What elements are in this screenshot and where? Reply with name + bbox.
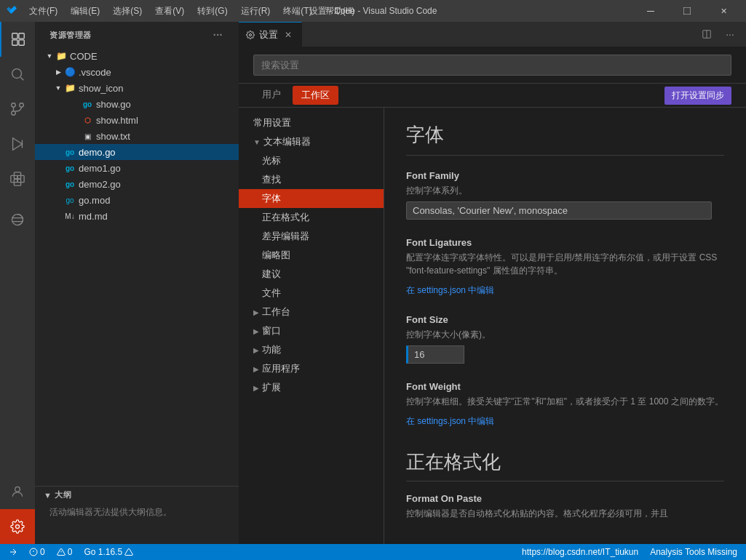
tree-root[interactable]: ▼ 📁 CODE xyxy=(35,48,239,64)
sidebar: 资源管理器 ··· ▼ 📁 CODE ▶ 🔵 .vscode ▼ 📁 sh xyxy=(35,22,239,544)
activity-explorer[interactable] xyxy=(0,22,35,57)
tree-demo1-go[interactable]: ▶ go demo1.go xyxy=(35,160,239,176)
tree-show-icon-folder[interactable]: ▼ 📁 show_icon xyxy=(35,80,239,96)
nav-minimap[interactable]: 编略图 xyxy=(239,246,384,265)
svg-rect-5 xyxy=(19,40,24,45)
nav-files[interactable]: 文件 xyxy=(239,284,384,303)
activity-search[interactable] xyxy=(0,57,35,92)
menu-edit[interactable]: 编辑(E) xyxy=(65,4,106,19)
status-go-version[interactable]: Go 1.16.5 xyxy=(81,547,136,557)
nav-formatting[interactable]: 正在格式化 xyxy=(239,208,384,227)
activity-extensions[interactable] xyxy=(0,161,35,196)
nav-window-label: 窗口 xyxy=(262,324,281,337)
split-editor-button[interactable] xyxy=(697,24,717,44)
open-sync-button[interactable]: 打开设置同步 xyxy=(664,87,731,105)
tree-go-mod[interactable]: ▶ go go.mod xyxy=(35,192,239,208)
nav-application[interactable]: ▶ 应用程序 xyxy=(239,359,384,378)
settings-search-bar xyxy=(239,47,746,84)
tree-show-go[interactable]: ▶ go show.go xyxy=(35,96,239,112)
nav-cursor[interactable]: 光标 xyxy=(239,151,384,170)
status-website[interactable]: https://blog.csdn.net/IT_tiukun xyxy=(519,547,641,557)
tree-show-txt[interactable]: ▶ ▣ show.txt xyxy=(35,128,239,144)
font-family-input[interactable] xyxy=(406,201,712,220)
tab-settings-close[interactable]: ✕ xyxy=(282,29,294,41)
tab-settings-label: 设置 xyxy=(259,28,278,41)
settings-search-input[interactable] xyxy=(253,55,731,76)
status-remote[interactable] xyxy=(6,548,20,556)
tree-md-md-label: md.md xyxy=(79,211,108,222)
tab-actions: ··· xyxy=(697,24,746,44)
status-analysis[interactable]: Analysis Tools Missing xyxy=(647,547,740,557)
tree-show-html[interactable]: ▶ ⬡ show.html xyxy=(35,112,239,128)
activity-source-control[interactable] xyxy=(0,92,35,127)
maximize-button[interactable] xyxy=(670,0,704,22)
close-button[interactable]: ✕ xyxy=(707,0,740,22)
nav-window-arrow: ▶ xyxy=(253,327,259,335)
nav-common[interactable]: 常用设置 xyxy=(239,113,384,132)
activity-remote[interactable] xyxy=(0,202,35,237)
error-count: 0 xyxy=(40,547,45,557)
tree-show-icon-folder-icon: 📁 xyxy=(64,82,76,94)
svg-marker-12 xyxy=(13,138,23,151)
outline-header[interactable]: ▼ 大纲 xyxy=(35,487,239,503)
font-family-label: Font Family xyxy=(406,170,724,181)
tree-vscode[interactable]: ▶ 🔵 .vscode xyxy=(35,64,239,80)
font-size-input[interactable] xyxy=(406,345,464,364)
tree-show-html-label: show.html xyxy=(96,115,138,126)
tree-md-md[interactable]: ▶ M↓ md.md xyxy=(35,208,239,224)
nav-diff-editor[interactable]: 差异编辑器 xyxy=(239,227,384,246)
font-section-title: 字体 xyxy=(406,122,724,156)
activity-gear[interactable] xyxy=(0,509,35,544)
nav-text-editor[interactable]: ▼ 文本编辑器 xyxy=(239,132,384,151)
go-warning-icon xyxy=(124,548,133,556)
font-weight-link[interactable]: 在 settings.json 中编辑 xyxy=(406,415,494,428)
nav-minimap-label: 编略图 xyxy=(262,249,290,262)
sidebar-more-button[interactable]: ··· xyxy=(212,28,224,42)
minimize-button[interactable] xyxy=(634,0,667,22)
font-ligatures-link[interactable]: 在 settings.json 中编辑 xyxy=(406,284,494,297)
nav-find[interactable]: 查找 xyxy=(239,170,384,189)
nav-suggest[interactable]: 建议 xyxy=(239,265,384,284)
tree-vscode-icon: 🔵 xyxy=(64,66,76,78)
tree-demo1-go-icon: go xyxy=(64,162,76,174)
sidebar-title: 资源管理器 xyxy=(49,30,92,41)
status-errors[interactable]: 0 xyxy=(26,547,48,557)
tree-demo-go-icon: go xyxy=(64,146,76,158)
menu-file[interactable]: 文件(F) xyxy=(23,4,63,19)
menu-view[interactable]: 查看(V) xyxy=(149,4,190,19)
nav-font[interactable]: 字体 xyxy=(239,189,384,208)
title-bar-left: 文件(F) 编辑(E) 选择(S) 查看(V) 转到(G) 运行(R) 终端(T… xyxy=(6,4,360,19)
font-ligatures-desc: 配置字体连字或字体特性。可以是用于启用/禁用连字的布尔值，或用于设置 CSS "… xyxy=(406,251,724,277)
app-icon xyxy=(6,5,17,17)
nav-extensions[interactable]: ▶ 扩展 xyxy=(239,378,384,397)
activity-run[interactable] xyxy=(0,127,35,161)
tab-bar: 设置 ✕ ··· xyxy=(239,22,746,47)
website-label: https://blog.csdn.net/IT_tiukun xyxy=(522,547,638,557)
menu-select[interactable]: 选择(S) xyxy=(107,4,148,19)
nav-window[interactable]: ▶ 窗口 xyxy=(239,321,384,340)
svg-point-8 xyxy=(12,103,16,108)
menu-run[interactable]: 运行(R) xyxy=(235,4,277,19)
activity-account[interactable] xyxy=(0,474,35,509)
status-left: 0 0 Go 1.16.5 xyxy=(6,547,136,557)
tab-settings[interactable]: 设置 ✕ xyxy=(239,22,302,47)
tree-show-go-icon: go xyxy=(82,98,93,110)
nav-suggest-label: 建议 xyxy=(262,268,281,281)
nav-text-editor-arrow: ▼ xyxy=(253,138,261,146)
tree-show-go-label: show.go xyxy=(96,99,131,110)
nav-features-label: 功能 xyxy=(262,343,281,356)
svg-rect-4 xyxy=(12,40,17,45)
settings-main: 字体 Font Family 控制字体系列。 Font Ligatures 配置… xyxy=(384,108,746,544)
font-ligatures-label: Font Ligatures xyxy=(406,237,724,248)
font-weight-desc: 控制字体粗细。接受关键字"正常"和"加粗"，或者接受介于 1 至 1000 之间… xyxy=(406,395,724,408)
nav-workbench[interactable]: ▶ 工作台 xyxy=(239,303,384,321)
nav-features[interactable]: ▶ 功能 xyxy=(239,340,384,359)
tab-more-button[interactable]: ··· xyxy=(720,24,740,44)
status-warnings[interactable]: 0 xyxy=(54,547,76,557)
settings-tab-workspace[interactable]: 工作区 xyxy=(293,86,338,105)
menu-goto[interactable]: 转到(G) xyxy=(191,4,233,19)
tree-md-md-icon: M↓ xyxy=(64,210,76,222)
settings-tab-user[interactable]: 用户 xyxy=(253,84,290,107)
tree-demo-go[interactable]: ▶ go demo.go xyxy=(35,144,239,160)
tree-demo2-go[interactable]: ▶ go demo2.go xyxy=(35,176,239,192)
